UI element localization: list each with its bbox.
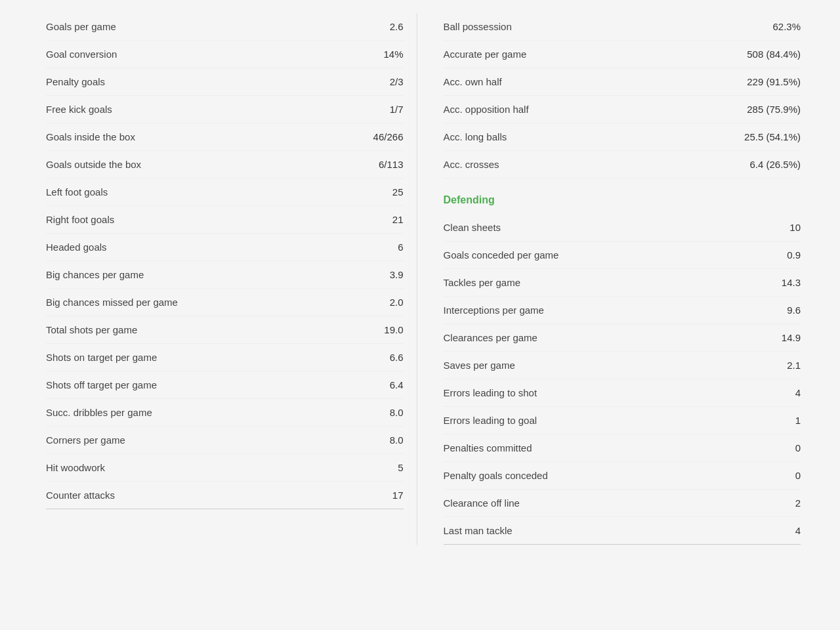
stat-label: Saves per game bbox=[444, 360, 515, 371]
stat-value: 46/266 bbox=[373, 131, 404, 142]
stats-container: Goals per game2.6Goal conversion14%Penal… bbox=[0, 0, 840, 558]
stat-row: Ball possession62.3% bbox=[444, 13, 801, 41]
stat-label: Acc. crosses bbox=[444, 159, 499, 170]
stat-row: Last man tackle4 bbox=[444, 517, 801, 545]
stat-label: Succ. dribbles per game bbox=[46, 407, 152, 418]
stat-row: Tackles per game14.3 bbox=[444, 269, 801, 297]
stat-row: Acc. own half229 (91.5%) bbox=[444, 68, 801, 96]
stat-label: Clearances per game bbox=[444, 332, 537, 343]
stat-label: Goals outside the box bbox=[46, 159, 141, 170]
stat-row: Big chances missed per game2.0 bbox=[46, 289, 404, 316]
stat-value: 0 bbox=[795, 470, 801, 481]
stat-label: Big chances missed per game bbox=[46, 297, 178, 308]
stat-value: 6/113 bbox=[379, 159, 404, 170]
stat-row: Hit woodwork5 bbox=[46, 454, 404, 482]
stat-label: Penalty goals conceded bbox=[444, 470, 548, 481]
stat-label: Acc. long balls bbox=[444, 131, 507, 142]
stat-row: Corners per game8.0 bbox=[46, 427, 404, 454]
stat-label: Shots off target per game bbox=[46, 379, 157, 390]
stat-value: 14.3 bbox=[782, 277, 801, 288]
stat-row: Errors leading to shot4 bbox=[444, 379, 801, 407]
stat-label: Clearance off line bbox=[444, 497, 520, 509]
stat-row: Total shots per game19.0 bbox=[46, 316, 404, 344]
stat-label: Clean sheets bbox=[444, 222, 501, 233]
stat-label: Goal conversion bbox=[46, 49, 117, 60]
stat-label: Goals conceded per game bbox=[444, 249, 559, 261]
stat-value: 4 bbox=[795, 525, 801, 536]
stat-row: Clearance off line2 bbox=[444, 490, 801, 517]
stat-label: Penalty goals bbox=[46, 76, 105, 87]
stat-value: 17 bbox=[392, 490, 404, 501]
stat-value: 0.9 bbox=[787, 249, 801, 261]
stat-row: Goal conversion14% bbox=[46, 41, 404, 68]
stat-value: 8.0 bbox=[390, 434, 404, 446]
stat-label: Left foot goals bbox=[46, 186, 108, 198]
stat-value: 25.5 (54.1%) bbox=[744, 131, 801, 142]
stat-label: Tackles per game bbox=[444, 277, 521, 288]
stat-row: Penalty goals conceded0 bbox=[444, 462, 801, 490]
stat-label: Errors leading to goal bbox=[444, 415, 537, 426]
stat-value: 5 bbox=[398, 462, 403, 473]
stat-label: Total shots per game bbox=[46, 324, 137, 335]
stat-row: Saves per game2.1 bbox=[444, 352, 801, 379]
stat-value: 6.4 (26.5%) bbox=[749, 159, 801, 170]
stat-row: Counter attacks17 bbox=[46, 482, 404, 509]
stat-row: Headed goals6 bbox=[46, 234, 404, 261]
right-column: Ball possession62.3%Accurate per game508… bbox=[417, 13, 814, 545]
stat-label: Counter attacks bbox=[46, 490, 115, 501]
stat-value: 62.3% bbox=[772, 21, 801, 32]
stat-value: 6 bbox=[398, 242, 403, 253]
defending-header: Defending bbox=[444, 184, 801, 211]
stat-row: Errors leading to goal1 bbox=[444, 407, 801, 434]
stat-label: Right foot goals bbox=[46, 214, 114, 225]
stat-value: 1 bbox=[795, 415, 801, 426]
stat-label: Interceptions per game bbox=[444, 304, 544, 316]
stat-value: 21 bbox=[392, 214, 404, 225]
stat-row: Goals conceded per game0.9 bbox=[444, 242, 801, 269]
stat-row: Penalty goals2/3 bbox=[46, 68, 404, 96]
stat-row: Penalties committed0 bbox=[444, 434, 801, 462]
stat-row: Acc. long balls25.5 (54.1%) bbox=[444, 123, 801, 151]
stat-label: Corners per game bbox=[46, 434, 125, 446]
stat-row: Acc. opposition half285 (75.9%) bbox=[444, 96, 801, 123]
stat-value: 9.6 bbox=[787, 304, 801, 316]
stat-row: Shots off target per game6.4 bbox=[46, 371, 404, 399]
stat-row: Right foot goals21 bbox=[46, 206, 404, 234]
stat-label: Accurate per game bbox=[444, 49, 527, 60]
stat-value: 6.4 bbox=[390, 379, 404, 390]
stat-value: 2 bbox=[795, 497, 801, 509]
stat-label: Penalties committed bbox=[444, 442, 532, 453]
stat-value: 1/7 bbox=[390, 104, 404, 115]
defending-section-header-row: Defending bbox=[444, 178, 801, 214]
stat-value: 2.0 bbox=[390, 297, 404, 308]
stat-row: Succ. dribbles per game8.0 bbox=[46, 399, 404, 427]
stat-row: Goals outside the box6/113 bbox=[46, 151, 404, 178]
stat-label: Free kick goals bbox=[46, 104, 112, 115]
stat-label: Acc. own half bbox=[444, 76, 502, 87]
stat-row: Shots on target per game6.6 bbox=[46, 344, 404, 371]
stat-value: 3.9 bbox=[390, 269, 404, 280]
stat-value: 2.6 bbox=[390, 21, 404, 32]
stat-row: Free kick goals1/7 bbox=[46, 96, 404, 123]
stat-value: 6.6 bbox=[390, 352, 404, 363]
stat-row: Clearances per game14.9 bbox=[444, 324, 801, 352]
stat-label: Hit woodwork bbox=[46, 462, 105, 473]
stat-value: 14.9 bbox=[782, 332, 801, 343]
stat-value: 14% bbox=[383, 49, 403, 60]
stat-label: Big chances per game bbox=[46, 269, 144, 280]
stat-label: Goals inside the box bbox=[46, 131, 135, 142]
stat-value: 25 bbox=[392, 186, 404, 198]
stat-row: Clean sheets10 bbox=[444, 214, 801, 242]
stat-label: Last man tackle bbox=[444, 525, 513, 536]
stat-value: 4 bbox=[795, 387, 801, 398]
stat-label: Headed goals bbox=[46, 242, 107, 253]
stat-label: Acc. opposition half bbox=[444, 104, 529, 115]
stat-value: 8.0 bbox=[390, 407, 404, 418]
stat-row: Interceptions per game9.6 bbox=[444, 297, 801, 324]
stat-row: Left foot goals25 bbox=[46, 178, 404, 206]
stat-value: 2/3 bbox=[390, 76, 404, 87]
stat-value: 19.0 bbox=[384, 324, 403, 335]
stat-value: 0 bbox=[795, 442, 801, 453]
stat-row: Acc. crosses6.4 (26.5%) bbox=[444, 151, 801, 178]
stat-row: Big chances per game3.9 bbox=[46, 261, 404, 289]
